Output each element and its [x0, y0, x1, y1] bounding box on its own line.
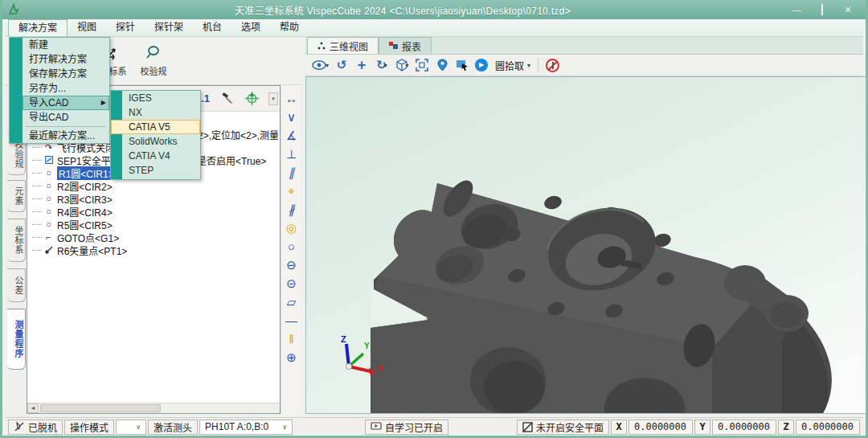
tree-hscrollbar[interactable]: ◂ [27, 403, 280, 413]
tree-item-label: R6矢量点<PT1> [57, 244, 127, 257]
menu-options[interactable]: 选项 [231, 19, 270, 36]
angularity-icon[interactable]: ∦ [283, 201, 301, 219]
x-axis-label: X [611, 420, 627, 435]
gdt-toolbar: ↔ ∨ ∡ ⊥ ∥ ⌖ ∦ ◎ ○ ⊖ ⊝ ▱ — ‖ ⊕ [280, 85, 301, 414]
tree-item-circle-r4[interactable]: ○ R4圆<CIR4> [32, 205, 278, 218]
tree-item-goto-point[interactable]: ⌐ GOTO点<G1> [32, 231, 278, 244]
angle-icon[interactable]: ∡ [283, 127, 301, 145]
stop-pick-icon[interactable] [546, 59, 559, 72]
fit-view-button[interactable] [415, 58, 429, 73]
probe-select[interactable]: PH10T A:0,B:0 ∨ [199, 420, 293, 435]
self-learn-button[interactable]: 自学习已开启 [365, 420, 448, 435]
close-button[interactable]: ✕ [837, 2, 859, 17]
safety-plane-label: 未开启安全平面 [536, 420, 604, 434]
tree-connector [32, 147, 42, 148]
restore-button[interactable] [811, 2, 833, 17]
select-button[interactable] [455, 58, 469, 73]
circularity-icon[interactable]: ○ [283, 238, 301, 256]
no-safety-plane-icon [522, 422, 533, 432]
menu-item-new[interactable]: 新建 [23, 38, 109, 52]
submenu-item-catia-v5[interactable]: CATIA V5 [111, 120, 200, 134]
op-mode-label: 操作模式 [64, 420, 114, 435]
pan-view-button[interactable]: + [354, 58, 369, 73]
true-position-icon[interactable]: ⊕ [283, 349, 301, 367]
tree-item-circle-r3[interactable]: ○ R3圆<CIR3> [32, 192, 278, 205]
tree-connector [32, 173, 42, 174]
chevron-down-icon: ∨ [136, 424, 141, 431]
submenu-item-nx[interactable]: NX [111, 105, 200, 120]
tab-3d-view[interactable]: 三维视图 [307, 37, 379, 54]
menu-machine[interactable]: 机台 [193, 19, 231, 36]
alignment-target-button[interactable] [243, 90, 260, 108]
circle-pick-caret[interactable]: ▾ [527, 62, 530, 69]
concentricity-icon[interactable]: ◎ [283, 219, 301, 238]
menu-item-export-cad[interactable]: 导出CAD [23, 110, 109, 125]
self-learn-icon [371, 422, 382, 432]
x-axis-value: 0.0000000 [628, 420, 693, 435]
hammer-icon [220, 92, 235, 106]
locate-button[interactable] [435, 58, 449, 73]
probe-value: PH10T A:0,B:0 [205, 421, 268, 432]
circular-runout-icon[interactable]: ⊖ [283, 256, 301, 275]
parallelism-icon[interactable]: ∥ [283, 164, 301, 182]
chevron-down-icon: ∨ [282, 424, 287, 431]
total-runout-icon[interactable]: ⊝ [283, 275, 301, 293]
toolbar-overflow-button[interactable]: ▾ [268, 92, 278, 105]
circle-pick-label[interactable]: 圆拾取 [495, 59, 524, 72]
tree-item-label: R1圆<CIR1> [57, 166, 116, 180]
menu-item-import-cad[interactable]: 导入CAD ▶ [23, 96, 109, 110]
scroll-left-button[interactable]: ◂ [27, 403, 39, 413]
orbit-view-button[interactable]: ↻▾ [375, 58, 389, 73]
straightness-icon[interactable]: — [283, 312, 301, 330]
tree-connector [32, 199, 42, 199]
point-position-icon[interactable]: ⌖ [283, 182, 301, 201]
submenu-item-iges[interactable]: IGES [111, 91, 200, 105]
scroll-thumb[interactable] [40, 404, 161, 412]
window-title: 天准三坐标系统 VispecCube 2024 <C:\Users\jiaosi… [20, 3, 785, 17]
gauge-check-button[interactable]: 校验规 [133, 37, 174, 84]
flatness-icon[interactable]: ▱ [283, 293, 301, 312]
view-direction-button[interactable]: ▾ [312, 58, 329, 73]
submenu-item-solidworks[interactable]: SolidWorks [111, 134, 200, 149]
build-hammer-button[interactable] [219, 90, 236, 108]
tree-item-vector-point[interactable]: R6矢量点<PT1> [32, 244, 278, 256]
tree-item-circle-r5[interactable]: ○ R5圆<CIR5> [32, 218, 278, 231]
distance-icon[interactable]: ↔ [283, 90, 301, 108]
symmetry-icon[interactable]: ‖ [283, 330, 301, 349]
submenu-item-step[interactable]: STEP [111, 163, 200, 178]
menu-help[interactable]: 帮助 [270, 19, 309, 36]
minimize-button[interactable]: — [785, 2, 808, 17]
circle-icon: ○ [43, 219, 54, 230]
view-toolbar: ▾ ↺ + ↻▾ ▾ ▶ 圆拾取 [305, 55, 863, 76]
submenu-item-catia-v4[interactable]: CATIA V4 [111, 149, 200, 163]
magnifier-icon [145, 44, 162, 62]
display-mode-button[interactable]: ▾ [395, 58, 409, 73]
angle-between-icon[interactable]: ∨ [283, 108, 301, 127]
tab-report[interactable]: 报表 [379, 37, 432, 54]
menu-item-save-solution[interactable]: 保存解决方案 [23, 67, 109, 81]
import-cad-label: 导入CAD [29, 97, 68, 108]
app-window: 天准三坐标系统 VispecCube 2024 <C:\Users\jiaosi… [0, 0, 868, 438]
menu-view[interactable]: 视图 [68, 19, 106, 36]
op-mode-select[interactable]: ∨ [116, 420, 146, 435]
menu-gutter [10, 38, 23, 143]
tree-item-label: R4圆<CIR4> [57, 205, 113, 219]
rotate-view-button[interactable]: ↺ [334, 58, 349, 73]
menu-item-save-as[interactable]: 另存为... [23, 81, 109, 96]
tree-item-circle-r2[interactable]: ○ R2圆<CIR2> [32, 179, 278, 192]
side-tab-coordsys[interactable]: 坐标系 [7, 219, 26, 262]
side-tab-measure-program[interactable]: 测量程序 [7, 309, 26, 370]
menu-item-recent-solutions[interactable]: 最近解决方案... [23, 129, 109, 143]
side-tab-tolerance[interactable]: 公差 [7, 268, 26, 302]
perpendicularity-icon[interactable]: ⊥ [283, 145, 301, 164]
menu-item-open-solution[interactable]: 打开解决方案 [23, 52, 109, 67]
menu-solution[interactable]: 解决方案 [8, 19, 68, 36]
cad-model: Z Y X [306, 77, 866, 413]
menu-probe[interactable]: 探针 [106, 19, 145, 36]
3d-viewport[interactable]: Z Y X [305, 76, 866, 414]
run-button[interactable]: ▶ [475, 59, 488, 72]
caret-icon: ▾ [384, 62, 387, 69]
menu-probe-rack[interactable]: 探针架 [145, 19, 193, 36]
side-tab-elements[interactable]: 元素 [7, 180, 26, 212]
select-arrow-icon [456, 59, 469, 72]
